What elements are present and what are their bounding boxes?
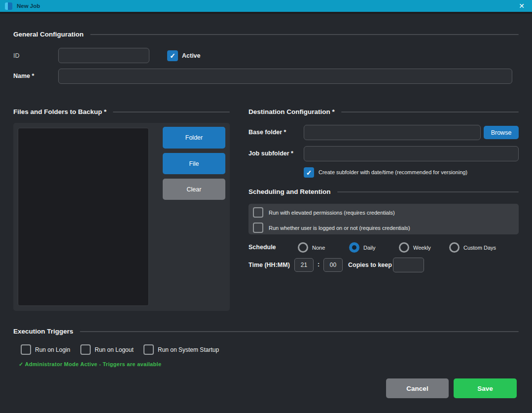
schedule-radio-daily[interactable] [349, 242, 359, 253]
files-panel: Folder File Clear [13, 123, 230, 311]
schedule-radio-custom-days-label: Custom Days [463, 245, 496, 251]
id-label: ID [13, 52, 20, 59]
schedule-radio-weekly[interactable] [399, 242, 409, 253]
triggers-header-label: Execution Triggers [13, 328, 73, 335]
logged-on-checkbox[interactable] [253, 223, 263, 233]
backup-items-listbox[interactable] [18, 128, 149, 306]
add-file-button[interactable]: File [163, 153, 225, 174]
job-subfolder-input[interactable] [304, 146, 519, 161]
add-folder-button[interactable]: Folder [163, 127, 225, 149]
destination-header-label: Destination Configuration * [248, 108, 335, 115]
name-input[interactable] [58, 69, 512, 84]
app-icon [5, 2, 12, 10]
titlebar: New Job ✕ [0, 0, 532, 12]
close-icon[interactable]: ✕ [516, 0, 527, 11]
schedule-radio-weekly-label: Weekly [413, 245, 431, 251]
run-on-login-checkbox[interactable] [21, 344, 31, 355]
elevated-permissions-label: Run with elevated permissions (requires … [269, 210, 395, 216]
time-mm-input[interactable] [323, 258, 343, 272]
create-subfolder-label: Create subfolder with date/time (recomme… [319, 169, 467, 175]
files-section-header: Files and Folders to Backup * [13, 108, 230, 115]
files-header-rule [113, 112, 230, 113]
admin-mode-note: ✓ Administrator Mode Active - Triggers a… [19, 361, 161, 368]
clear-button[interactable]: Clear [163, 179, 225, 200]
scheduling-header-label: Scheduling and Retention [248, 188, 331, 195]
browse-button[interactable]: Browse [484, 126, 519, 139]
run-on-logout-checkbox[interactable] [80, 344, 91, 355]
create-subfolder-checkbox[interactable] [304, 167, 314, 178]
triggers-header-rule [80, 331, 519, 332]
new-job-dialog: New Job ✕ General Configuration ID Activ… [0, 0, 532, 413]
job-subfolder-label: Job subfolder * [248, 150, 293, 157]
schedule-radio-daily-label: Daily [363, 245, 375, 251]
schedule-radio-custom-days[interactable] [449, 242, 460, 253]
time-label: Time (HH:MM) [248, 262, 290, 268]
name-label: Name * [13, 73, 34, 79]
active-checkbox[interactable] [167, 50, 178, 61]
schedule-radio-none[interactable] [298, 242, 308, 253]
run-on-system-startup-checkbox[interactable] [143, 344, 154, 355]
id-input[interactable] [58, 48, 149, 63]
scheduling-section-header: Scheduling and Retention [248, 188, 519, 195]
run-on-logout-label: Run on Logout [95, 346, 134, 353]
credentials-panel: Run with elevated permissions (requires … [248, 204, 519, 234]
time-separator: : [318, 261, 319, 268]
triggers-section-header: Execution Triggers [13, 328, 519, 335]
time-hh-input[interactable] [294, 258, 314, 272]
schedule-label: Schedule [248, 244, 276, 251]
copies-to-keep-label: Copies to keep [348, 262, 392, 268]
window-title: New Job [17, 3, 40, 9]
general-section-header: General Configuration [13, 31, 519, 38]
destination-section-header: Destination Configuration * [248, 108, 519, 115]
run-on-system-startup-label: Run on System Startup [158, 346, 219, 353]
titlebar-shadow [0, 12, 532, 14]
general-header-label: General Configuration [13, 31, 84, 38]
logged-on-label: Run whether user is logged on or not (re… [269, 225, 410, 231]
general-header-rule [90, 34, 519, 35]
active-label: Active [182, 52, 201, 59]
run-on-login-label: Run on Login [35, 346, 70, 353]
elevated-permissions-checkbox[interactable] [253, 207, 263, 218]
save-button[interactable]: Save [454, 378, 517, 398]
copies-to-keep-input[interactable] [393, 258, 424, 272]
schedule-radio-none-label: None [312, 245, 325, 251]
base-folder-label: Base folder * [248, 129, 286, 136]
files-header-label: Files and Folders to Backup * [13, 108, 106, 115]
base-folder-input[interactable] [304, 125, 481, 140]
scheduling-header-rule [337, 191, 519, 192]
destination-header-rule [341, 112, 519, 113]
cancel-button[interactable]: Cancel [386, 378, 449, 398]
